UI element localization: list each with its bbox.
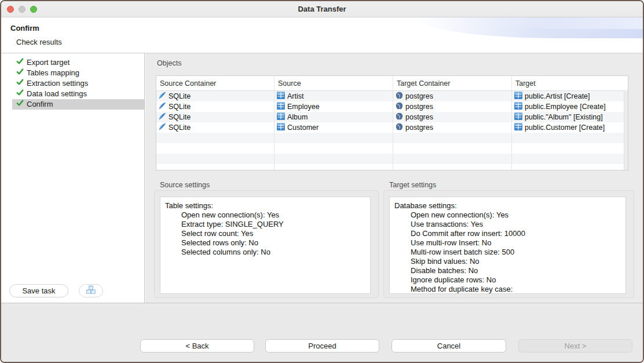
target-settings-group: Database settings: Open new connection(s…	[383, 190, 634, 298]
step-label: Confirm	[27, 99, 53, 110]
column-header-target-container[interactable]: Target Container	[393, 76, 512, 90]
settings-line: Extract type: SINGLE_QUERY	[165, 220, 365, 229]
settings-line: Use multi-row Insert: No	[394, 238, 621, 248]
table-row[interactable]: SQLite Album postgres public."Album" [Ex…	[156, 112, 628, 122]
confirm-page-content: Objects Source Container Source Target C…	[145, 53, 643, 303]
postgres-database-icon	[396, 102, 403, 111]
sqlite-database-icon	[159, 123, 166, 132]
cell-source: Artist	[287, 92, 303, 100]
settings-line: Selected columns only: No	[165, 248, 365, 257]
table-icon	[514, 102, 522, 111]
check-icon	[16, 89, 24, 99]
column-header-source[interactable]: Source	[275, 76, 393, 90]
dialog-button-bar: < Back Proceed Cancel Next >	[1, 303, 643, 362]
table-row-empty	[156, 143, 628, 154]
table-icon	[277, 123, 285, 132]
sidebar-item-confirm[interactable]: Confirm	[12, 99, 144, 110]
table-icon	[514, 112, 522, 122]
cancel-button[interactable]: Cancel	[391, 339, 506, 353]
source-settings-group-label: Source settings	[160, 181, 210, 189]
cell-source-container: SQLite	[169, 103, 191, 111]
save-task-bar: Save task	[1, 284, 144, 298]
save-task-button[interactable]: Save task	[9, 284, 68, 297]
postgres-database-icon	[396, 123, 403, 132]
window-title: Data Transfer	[1, 5, 643, 13]
title-bar: Data Transfer	[1, 1, 643, 17]
table-row[interactable]: SQLite Artist postgres public.Artist [Cr…	[156, 91, 628, 101]
column-header-target[interactable]: Target	[512, 76, 625, 90]
cell-source-container: SQLite	[169, 92, 191, 100]
postgres-database-icon	[396, 112, 403, 122]
settings-line: Database settings:	[394, 201, 621, 210]
source-settings-group: Table settings: Open new connection(s): …	[154, 190, 379, 298]
cell-target-container: postgres	[405, 92, 433, 100]
cell-source: Customer	[287, 124, 319, 132]
back-button[interactable]: < Back	[140, 339, 254, 353]
cell-target-container: postgres	[405, 103, 433, 111]
table-row[interactable]: SQLite Customer postgres public.Customer…	[156, 122, 628, 133]
page-subtitle: Check results	[16, 38, 62, 46]
objects-scrollbar[interactable]	[624, 92, 628, 170]
check-icon	[16, 78, 24, 89]
cell-source-container: SQLite	[169, 113, 191, 121]
settings-line: Table settings:	[165, 201, 365, 210]
cell-target-container: postgres	[405, 113, 433, 121]
table-icon	[514, 123, 522, 132]
proceed-button[interactable]: Proceed	[265, 339, 379, 353]
table-icon	[277, 102, 285, 111]
table-icon	[277, 112, 285, 122]
settings-line: Open new connection(s): Yes	[394, 210, 621, 220]
sidebar-item-data-load-settings[interactable]: Data load settings	[12, 89, 144, 99]
step-label: Export target	[27, 57, 69, 68]
source-settings-text[interactable]: Table settings: Open new connection(s): …	[160, 197, 371, 294]
cell-source: Employee	[287, 103, 320, 111]
cell-target: public.Customer [Create]	[525, 124, 605, 132]
wizard-steps-sidebar: Export target Tables mapping Extraction …	[1, 53, 145, 303]
sidebar-item-export-target[interactable]: Export target	[12, 57, 144, 68]
page-title: Confirm	[10, 24, 39, 32]
wizard-body: Export target Tables mapping Extraction …	[1, 53, 643, 303]
settings-line: Open new connection(s): Yes	[165, 210, 365, 220]
settings-line: Ignore duplicate rows: No	[394, 275, 621, 285]
next-button[interactable]: Next >	[518, 339, 632, 353]
sidebar-item-tables-mapping[interactable]: Tables mapping	[12, 68, 144, 78]
settings-line: Disable batches: No	[394, 266, 621, 275]
settings-line: Multi-row insert batch size: 500	[394, 248, 621, 257]
settings-line: Do Commit after row insert: 10000	[394, 229, 621, 238]
stacked-boxes-icon	[86, 285, 96, 296]
cell-target: public.Employee [Create]	[525, 103, 606, 111]
target-settings-text[interactable]: Database settings: Open new connection(s…	[389, 197, 626, 294]
table-icon	[277, 92, 285, 101]
target-settings-group-label: Target settings	[389, 181, 436, 189]
step-label: Tables mapping	[27, 68, 79, 78]
table-row-empty	[156, 154, 628, 164]
step-label: Data load settings	[27, 89, 87, 99]
check-icon	[16, 68, 24, 78]
cell-target-container: postgres	[405, 124, 433, 132]
sqlite-database-icon	[159, 92, 166, 101]
cell-target: public."Album" [Existing]	[525, 113, 603, 121]
cell-source: Album	[287, 113, 308, 121]
data-transfer-dialog: Data Transfer Confirm Check results Expo…	[0, 0, 644, 363]
sidebar-item-extraction-settings[interactable]: Extraction settings	[12, 78, 144, 89]
step-list: Export target Tables mapping Extraction …	[1, 53, 144, 110]
objects-group-label: Objects	[157, 59, 181, 67]
settings-line: Method for duplicate key case:	[394, 285, 621, 294]
settings-line: Select row count: Yes	[165, 229, 365, 238]
cell-target: public.Artist [Create]	[525, 92, 590, 100]
objects-table: Source Container Source Target Container…	[156, 75, 628, 170]
table-row[interactable]: SQLite Employee postgres public.Employee…	[156, 101, 628, 112]
settings-line: Use transactions: Yes	[394, 220, 621, 229]
sqlite-database-icon	[159, 112, 166, 122]
settings-line: Selected rows only: No	[165, 238, 365, 248]
table-row-empty	[156, 164, 628, 170]
postgres-database-icon	[396, 92, 403, 101]
table-icon	[514, 92, 522, 101]
wizard-header: Confirm Check results	[1, 17, 643, 53]
task-variables-button[interactable]	[79, 284, 103, 297]
table-row-empty	[156, 133, 628, 143]
column-header-source-container[interactable]: Source Container	[156, 76, 275, 90]
check-icon	[16, 99, 24, 110]
cell-source-container: SQLite	[169, 124, 191, 132]
step-label: Extraction settings	[27, 78, 88, 89]
